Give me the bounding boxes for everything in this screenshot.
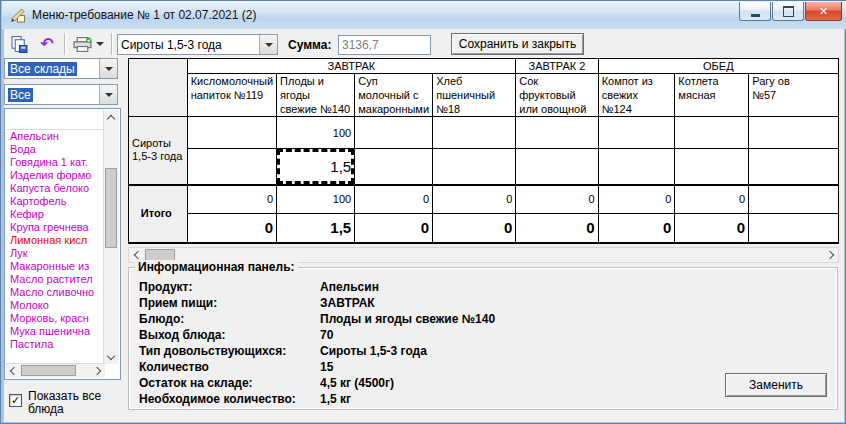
selected-cell[interactable]: 1,5 bbox=[277, 149, 355, 185]
grid-cell[interactable] bbox=[749, 117, 839, 149]
product-list-item[interactable]: Говядина 1 кат. bbox=[6, 156, 104, 169]
product-list-item[interactable]: Мука пшенична bbox=[6, 325, 104, 338]
product-list-item[interactable]: Масло сливочно bbox=[6, 286, 104, 299]
sum-input[interactable]: 3136,7 bbox=[338, 35, 431, 55]
grid-cell[interactable]: 100 bbox=[277, 117, 355, 149]
category-combobox[interactable]: Сироты 1,5-3 года bbox=[117, 34, 278, 55]
maximize-button[interactable] bbox=[772, 2, 804, 21]
grid-cell[interactable]: 0 bbox=[675, 214, 749, 243]
copy-document-icon bbox=[11, 36, 28, 53]
print-button[interactable] bbox=[69, 32, 95, 56]
window-titlebar[interactable]: Меню-требование № 1 от 02.07.2021 (2) ✕ bbox=[2, 1, 846, 29]
product-list-item[interactable]: Масло растител bbox=[6, 273, 104, 286]
product-list-item[interactable]: Морковь, красн bbox=[6, 312, 104, 325]
scroll-right-button[interactable] bbox=[823, 248, 838, 262]
vscroll-thumb[interactable] bbox=[105, 168, 117, 248]
grid-cell[interactable]: 0 bbox=[516, 185, 598, 214]
filter-combobox[interactable]: Все bbox=[4, 84, 118, 105]
combo-drop-button[interactable] bbox=[99, 85, 117, 104]
grid-cell[interactable]: 0 bbox=[187, 185, 276, 214]
product-listbox[interactable]: АпельсинВодаГовядина 1 кат.Изделия формо… bbox=[4, 108, 121, 380]
blank-list-item[interactable] bbox=[6, 110, 104, 130]
product-list-item[interactable]: Лук bbox=[6, 247, 104, 260]
grid-cell[interactable] bbox=[516, 149, 598, 185]
list-vscrollbar[interactable] bbox=[103, 110, 119, 364]
grid-cell[interactable] bbox=[355, 117, 433, 149]
close-button[interactable]: ✕ bbox=[805, 2, 842, 21]
replace-button[interactable]: Заменить bbox=[725, 373, 827, 397]
list-hscrollbar[interactable] bbox=[6, 363, 105, 378]
product-list-item[interactable]: Изделия формо bbox=[6, 169, 104, 182]
grid-corner-cell bbox=[129, 59, 188, 117]
info-field-label: Остаток на складе: bbox=[139, 375, 320, 391]
product-list-item[interactable]: Крупа гречнева bbox=[6, 221, 104, 234]
scroll-down-button[interactable] bbox=[104, 349, 118, 364]
chevron-left-icon bbox=[133, 251, 141, 259]
grid-cell[interactable] bbox=[516, 117, 598, 149]
product-list-item[interactable]: Пастила bbox=[6, 338, 104, 351]
undo-button[interactable]: ↶ bbox=[34, 32, 60, 56]
dish-column-header: Рагу ов№57 bbox=[749, 74, 839, 117]
info-field-row: Необходимое количество:1,5 кг bbox=[139, 391, 699, 407]
warehouse-combobox-value: Все склады bbox=[5, 59, 99, 78]
grid-cell[interactable] bbox=[598, 117, 675, 149]
grid-cell[interactable]: 100 bbox=[277, 185, 355, 214]
grid-cell[interactable] bbox=[433, 117, 516, 149]
product-list-item[interactable]: Кефир bbox=[6, 208, 104, 221]
info-panel-title: Информационная панель: bbox=[135, 260, 298, 274]
grid-cell[interactable] bbox=[749, 149, 839, 185]
copy-save-button[interactable] bbox=[6, 32, 32, 56]
meal-group-header: ЗАВТРАК bbox=[187, 59, 516, 74]
grid-cell[interactable]: 0 bbox=[355, 185, 433, 214]
scroll-right-button[interactable] bbox=[91, 364, 105, 377]
scroll-left-button[interactable] bbox=[6, 364, 20, 377]
chevron-right-icon bbox=[825, 251, 833, 259]
info-field-row: Блюдо:Плоды и ягоды свежие №140 bbox=[139, 311, 699, 327]
grid-cell[interactable] bbox=[355, 149, 433, 185]
product-list-item[interactable]: Апельсин bbox=[6, 130, 104, 143]
printer-icon bbox=[73, 37, 92, 52]
grid-cell[interactable] bbox=[433, 149, 516, 185]
scroll-up-button[interactable] bbox=[104, 110, 118, 125]
product-list-item[interactable]: Вода bbox=[6, 143, 104, 156]
grid-cell[interactable] bbox=[187, 117, 276, 149]
product-list-item[interactable]: Макаронные из bbox=[6, 260, 104, 273]
info-field-label: Блюдо: bbox=[139, 311, 320, 327]
meal-group-header: ЗАВТРАК 2 bbox=[516, 59, 598, 74]
grid-cell[interactable] bbox=[675, 117, 749, 149]
combo-drop-button[interactable] bbox=[99, 59, 117, 78]
info-field-value: 70 bbox=[320, 328, 333, 342]
grid-cell[interactable] bbox=[749, 185, 839, 214]
grid-cell[interactable]: 1,5 bbox=[277, 214, 355, 243]
app-window: Меню-требование № 1 от 02.07.2021 (2) ✕ … bbox=[0, 0, 846, 424]
product-list-item[interactable]: Капуста белоко bbox=[6, 182, 104, 195]
grid-cell[interactable] bbox=[675, 149, 749, 185]
grid-cell[interactable]: 0 bbox=[433, 214, 516, 243]
grid-cell[interactable]: 0 bbox=[355, 214, 433, 243]
print-dropdown-button[interactable] bbox=[93, 32, 107, 56]
warehouse-combobox[interactable]: Все склады bbox=[4, 58, 118, 79]
product-list-item[interactable]: Молоко bbox=[6, 299, 104, 312]
grid-cell[interactable] bbox=[598, 149, 675, 185]
product-list-item[interactable]: Картофель bbox=[6, 195, 104, 208]
chevron-down-icon bbox=[105, 67, 113, 71]
grid-cell[interactable]: 0 bbox=[598, 214, 675, 243]
grid-cell[interactable]: 0 bbox=[187, 214, 276, 243]
combo-drop-button[interactable] bbox=[259, 35, 277, 54]
grid-cell[interactable] bbox=[749, 214, 839, 243]
row-group-header: Итого bbox=[129, 185, 188, 243]
info-field-label: Выход блюда: bbox=[139, 327, 320, 343]
grid-cell[interactable] bbox=[187, 149, 276, 185]
grid-cell[interactable]: 0 bbox=[433, 185, 516, 214]
dropdown-arrow-icon bbox=[96, 42, 104, 46]
hscroll-thumb[interactable] bbox=[21, 365, 76, 376]
grid-cell[interactable]: 0 bbox=[675, 185, 749, 214]
product-list-item[interactable]: Лимонная кисл bbox=[6, 234, 104, 247]
grid-cell[interactable]: 0 bbox=[598, 185, 675, 214]
grid-cell[interactable]: 0 bbox=[516, 214, 598, 243]
minimize-button[interactable] bbox=[739, 2, 771, 21]
meal-group-header: ОБЕД bbox=[598, 59, 838, 74]
save-close-button[interactable]: Сохранить и закрыть bbox=[451, 33, 584, 55]
show-all-dishes-checkbox[interactable]: ✓ bbox=[9, 394, 22, 407]
dish-column-header: Котлетамясная bbox=[675, 74, 749, 117]
